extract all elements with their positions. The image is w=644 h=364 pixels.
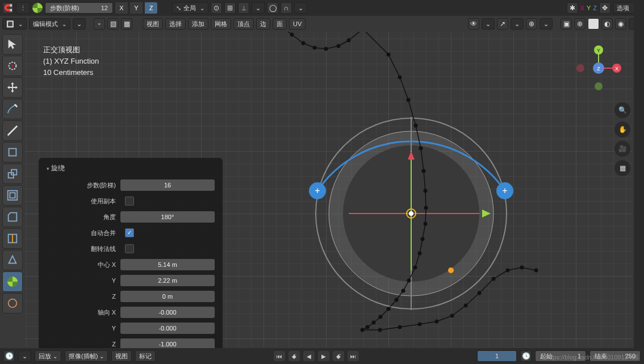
tool-polybuild[interactable] (2, 250, 23, 270)
timeline-marker-menu[interactable]: 标记 (135, 350, 156, 362)
axis-label-z: Z (593, 5, 597, 11)
overlay-dd[interactable]: ⌄ (540, 18, 553, 30)
op-automerge-check[interactable] (125, 228, 134, 237)
op-center-z-label: Z (47, 293, 120, 300)
shading-render-icon[interactable]: ◉ (615, 18, 626, 30)
widget-icon[interactable]: ✥ (599, 2, 610, 14)
play-icon[interactable]: ▶ (318, 351, 329, 361)
timeline-dd[interactable]: ⌄ (18, 350, 31, 362)
operator-panel[interactable]: 旋绕 步数(阶梯) 16 使用副本 角度 180° 自动合并 翻转法线 中心 X… (39, 158, 223, 361)
butterfly-icon[interactable]: ✱ (567, 2, 578, 14)
op-flipnorm-check[interactable] (125, 244, 134, 253)
shading-matprev-icon[interactable]: ◐ (601, 18, 613, 30)
play-reverse-icon[interactable]: ◀ (303, 351, 315, 361)
shading-solid-icon[interactable]: ● (588, 18, 599, 30)
tool-annotate[interactable] (2, 99, 23, 119)
pan-icon[interactable]: ✋ (614, 122, 630, 137)
playback-menu[interactable]: 回放 (35, 350, 61, 362)
svg-point-22 (395, 298, 399, 302)
timeline-view-menu[interactable]: 视图 (111, 350, 132, 362)
op-axis-z-label: Z (47, 341, 120, 348)
tool-extrude[interactable] (2, 164, 23, 184)
menu-select[interactable]: 选择 (165, 18, 186, 30)
op-steps-field[interactable]: 16 (120, 179, 215, 191)
axis-x-button[interactable]: X (115, 2, 128, 14)
editor-type-dropdown[interactable]: 🔳 (2, 18, 27, 30)
op-center-z-field[interactable]: 0 m (120, 291, 215, 302)
snap-magnet-icon[interactable]: 🧲 (2, 2, 14, 14)
tool-select[interactable] (2, 34, 23, 55)
visibility-icon[interactable]: 👁 (468, 18, 479, 30)
timeline-editor-icon[interactable]: 🕒 (3, 350, 15, 362)
zoom-icon[interactable]: 🔍 (614, 102, 630, 118)
op-axis-y-field[interactable]: -0.000 (120, 323, 215, 334)
menu-add[interactable]: 添加 (188, 18, 208, 30)
overlay-scale: 10 Centimeters (43, 67, 99, 78)
tool-move[interactable] (2, 77, 23, 98)
axis-z-button[interactable]: Z (145, 2, 157, 14)
tool-bevel[interactable] (2, 207, 23, 227)
menu-view[interactable]: 视图 (143, 18, 163, 30)
keying-menu[interactable]: 抠像(插帧) (65, 350, 108, 362)
tool-add-cube[interactable] (2, 142, 23, 162)
xray-icon[interactable]: ▣ (561, 18, 572, 30)
auto-key-icon[interactable]: 🕓 (520, 350, 532, 362)
svg-point-30 (418, 323, 422, 327)
snap-increment-icon[interactable]: ⟂ (238, 2, 249, 14)
proportional-icon[interactable]: ◯ (267, 2, 278, 14)
active-vertex[interactable] (448, 267, 454, 273)
gizmo-toggle-icon[interactable]: ↗ (497, 18, 508, 30)
proportional-falloff-icon[interactable]: ∩ (281, 2, 292, 14)
select-mode-face[interactable]: ▦ (121, 18, 132, 30)
keyframe-prev-icon[interactable]: ◆⃖ (288, 351, 300, 361)
camera-icon[interactable]: 🎥 (614, 141, 630, 157)
keyframe-next-icon[interactable]: ◆⃗ (333, 351, 344, 361)
pivot-icon[interactable]: ⊙ (211, 2, 222, 14)
op-center-y-label: Y (47, 277, 120, 284)
svg-point-34 (478, 291, 482, 295)
jump-start-icon[interactable]: ⏮ (274, 351, 285, 361)
menu-edge[interactable]: 边 (256, 18, 270, 30)
steps-field[interactable]: 步数(阶梯) 12 (45, 2, 113, 14)
visibility-dd[interactable]: ⌄ (482, 18, 495, 30)
overlay-toggle-icon[interactable]: ⊕ (526, 18, 537, 30)
select-mode-edge[interactable]: ▧ (107, 18, 119, 30)
mode-options[interactable]: ⌄ (73, 18, 86, 30)
svg-point-38 (534, 269, 538, 273)
operator-panel-title[interactable]: 旋绕 (47, 164, 215, 173)
tool-inset[interactable] (2, 185, 23, 206)
shading-wire-icon[interactable]: ⊕ (574, 18, 586, 30)
jump-end-icon[interactable]: ⏭ (348, 351, 359, 361)
axis-y-button[interactable]: Y (130, 2, 143, 14)
gizmo-dd[interactable]: ⌄ (511, 18, 524, 30)
snap-to-icon[interactable]: ⊞ (224, 2, 236, 14)
snap-options[interactable]: ⌄ (252, 2, 265, 14)
orientation-dropdown[interactable]: ⤡ 全局 (172, 2, 208, 14)
perspective-icon[interactable]: ▦ (614, 160, 630, 176)
menu-vertex[interactable]: 顶点 (233, 18, 254, 30)
select-mode-vertex[interactable]: ▫ (94, 18, 105, 30)
menu-face[interactable]: 面 (273, 18, 287, 30)
op-center-x-field[interactable]: 5.14 m (120, 259, 215, 270)
op-center-y-field[interactable]: 2.22 m (120, 275, 215, 286)
prop-options[interactable]: ⌄ (294, 2, 307, 14)
snap-dropdown[interactable]: ⋮ (16, 2, 30, 14)
tool-spin[interactable] (2, 271, 23, 292)
svg-point-12 (419, 147, 423, 150)
svg-text:X: X (615, 66, 618, 72)
current-frame-field[interactable]: 1 (477, 350, 517, 362)
nav-gizmo[interactable]: Z Y X (576, 45, 621, 91)
properties-strip[interactable] (634, 0, 644, 364)
editor-header: 🔳 编辑模式 ⌄ ▫ ▧ ▦ 视图 选择 添加 网格 顶点 边 面 UV 👁 ⌄… (0, 16, 644, 32)
gizmo-center-dot (409, 211, 413, 216)
menu-uv[interactable]: UV (289, 18, 306, 30)
tool-loopcut[interactable] (2, 228, 23, 249)
op-axis-x-field[interactable]: -0.000 (120, 307, 215, 318)
mode-dropdown[interactable]: 编辑模式 (29, 18, 70, 30)
menu-mesh[interactable]: 网格 (211, 18, 231, 30)
op-dup-check[interactable] (125, 196, 134, 206)
tool-smooth[interactable] (2, 293, 23, 313)
op-angle-field[interactable]: 180° (120, 211, 215, 223)
tool-cursor[interactable] (2, 56, 23, 76)
tool-measure[interactable] (2, 120, 23, 141)
